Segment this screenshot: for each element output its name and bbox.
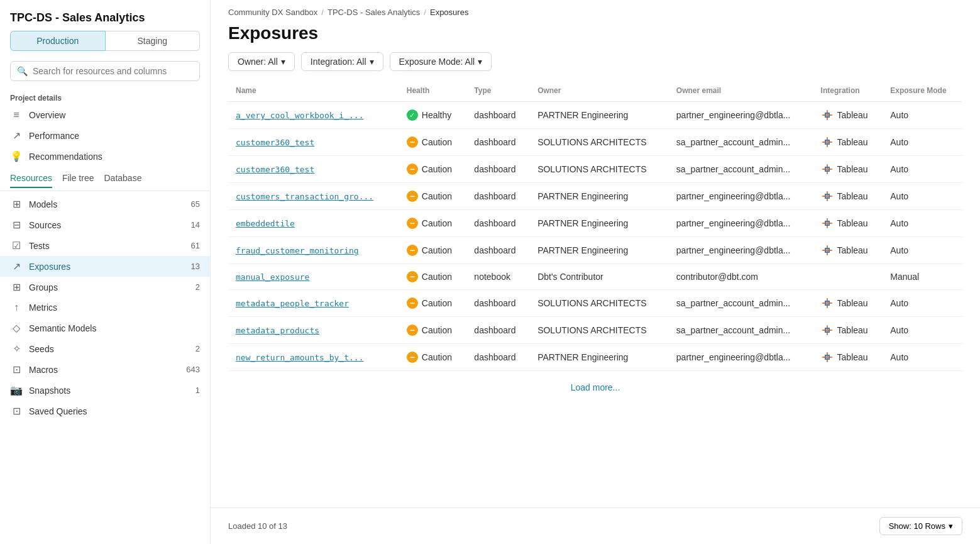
integration-label: Tableau [837,164,868,174]
models-icon: ⊞ [10,198,23,210]
sidebar-item-tests[interactable]: ☑ Tests 61 [0,235,210,256]
filters-row: Owner: All ▾ Integration: All ▾ Exposure… [211,52,980,80]
cell-integration: Tableau [813,183,883,210]
cell-health: −Caution [399,290,467,317]
sidebar-item-sources[interactable]: ⊟ Sources 14 [0,214,210,235]
cell-integration: Tableau [813,210,883,237]
overview-label: Overview [29,110,200,120]
env-tab-production[interactable]: Production [10,31,106,51]
tab-database[interactable]: Database [104,173,142,188]
sidebar-item-performance[interactable]: ↗ Performance [0,125,210,146]
search-box[interactable]: 🔍 [10,61,200,81]
integration-label: Tableau [837,245,868,255]
sidebar-item-snapshots[interactable]: 📷 Snapshots 1 [0,380,210,401]
models-count: 65 [191,199,200,209]
sidebar-item-overview[interactable]: ≡ Overview [0,105,210,125]
table-row: fraud_customer_monitoring−Cautiondashboa… [228,237,962,264]
cell-owner: Dbt's Contributor [530,264,669,290]
svg-rect-25 [822,223,832,224]
health-label: Caution [422,191,452,201]
tab-file-tree[interactable]: File tree [62,173,94,188]
health-label: Caution [422,352,452,362]
breadcrumb-item-1[interactable]: Community DX Sandbox [228,8,317,17]
svg-rect-47 [825,331,830,333]
exposure-name-link[interactable]: manual_exposure [236,272,309,282]
seeds-icon: ✧ [10,343,23,355]
show-rows-button[interactable]: Show: 10 Rows ▾ [879,517,962,535]
owner-filter[interactable]: Owner: All ▾ [228,52,295,71]
models-label: Models [29,199,185,209]
col-owner: Owner [530,80,669,102]
health-label: Caution [422,137,452,147]
table-row: customer360_test−CautiondashboardSOLUTIO… [228,129,962,156]
snapshots-icon: 📷 [10,384,23,396]
cell-owner-email: partner_engineering@dbtla... [669,102,813,129]
cell-exposure-mode: Auto [883,129,962,156]
resource-tabs: Resources File tree Database [0,167,210,191]
owner-filter-chevron: ▾ [281,57,285,67]
table-row: new_return_amounts_by_t...−Cautiondashbo… [228,344,962,371]
exposure-name-link[interactable]: a_very_cool_workbook_i_... [236,111,364,120]
env-tab-staging[interactable]: Staging [106,31,201,51]
tests-label: Tests [29,241,185,251]
col-integration: Integration [813,80,883,102]
cell-name: manual_exposure [228,264,399,290]
svg-rect-11 [825,143,830,145]
owner-filter-label: Owner: All [238,57,278,67]
svg-rect-17 [825,170,830,172]
col-owner-email: Owner email [669,80,813,102]
page-title: Exposures [211,21,980,52]
exposure-name-link[interactable]: customer360_test [236,138,314,147]
exposure-name-link[interactable]: customers_transaction_gro... [236,192,373,201]
sidebar-item-saved-queries[interactable]: ⊡ Saved Queries [0,401,210,421]
cell-name: customer360_test [228,129,399,156]
exposure-name-link[interactable]: embeddedtile [236,219,295,228]
project-details-label: Project details [0,89,210,105]
exposure-name-link[interactable]: metadata_products [236,326,319,335]
sidebar-item-groups[interactable]: ⊞ Groups 2 [0,277,210,297]
search-icon: 🔍 [17,66,28,76]
sidebar-item-semantic-models[interactable]: ◇ Semantic Models [0,318,210,338]
sidebar-item-recommendations[interactable]: 💡 Recommendations [0,146,210,167]
macros-icon: ⊡ [10,364,23,375]
main-content: Community DX Sandbox / TPC-DS - Sales An… [211,0,980,544]
performance-icon: ↗ [10,130,23,142]
cell-type: dashboard [466,344,530,371]
exposure-mode-filter[interactable]: Exposure Mode: All ▾ [390,52,492,71]
health-label: Caution [422,164,452,174]
search-input[interactable] [33,66,193,76]
snapshots-label: Snapshots [29,386,189,396]
exposure-mode-filter-chevron: ▾ [478,57,482,67]
exposure-name-link[interactable]: new_return_amounts_by_t... [236,353,364,362]
cell-integration: Tableau [813,290,883,317]
sidebar-item-models[interactable]: ⊞ Models 65 [0,194,210,214]
env-tabs: Production Staging [0,31,210,57]
sidebar-item-exposures[interactable]: ↗ Exposures 13 [0,256,210,277]
breadcrumb-item-2[interactable]: TPC-DS - Sales Analytics [328,8,420,17]
integration-label: Tableau [837,298,868,308]
exposure-name-link[interactable]: metadata_people_tracker [236,299,349,308]
svg-rect-13 [822,169,832,170]
exposure-name-link[interactable]: customer360_test [236,165,314,174]
health-dot-yellow: − [407,297,418,309]
tab-resources[interactable]: Resources [10,173,52,188]
integration-label: Tableau [837,218,868,228]
saved-queries-label: Saved Queries [29,406,194,416]
snapshots-count: 1 [195,386,200,395]
integration-label: Tableau [837,352,868,362]
cell-type: notebook [466,264,530,290]
tableau-icon [821,351,834,364]
cell-owner-email: partner_engineering@dbtla... [669,344,813,371]
svg-rect-28 [825,221,830,222]
health-label: Caution [422,298,452,308]
health-dot-yellow: − [407,325,418,336]
sidebar-item-macros[interactable]: ⊡ Macros 643 [0,359,210,380]
cell-owner: PARTNER Engineering [530,344,669,371]
integration-filter[interactable]: Integration: All ▾ [301,52,383,71]
load-more-button[interactable]: Load more... [228,371,962,404]
breadcrumb-item-current: Exposures [430,8,468,17]
sidebar-item-metrics[interactable]: ↑ Metrics [0,297,210,318]
sidebar-item-seeds[interactable]: ✧ Seeds 2 [0,338,210,359]
exposure-name-link[interactable]: fraud_customer_monitoring [236,246,359,255]
svg-rect-10 [825,140,830,141]
